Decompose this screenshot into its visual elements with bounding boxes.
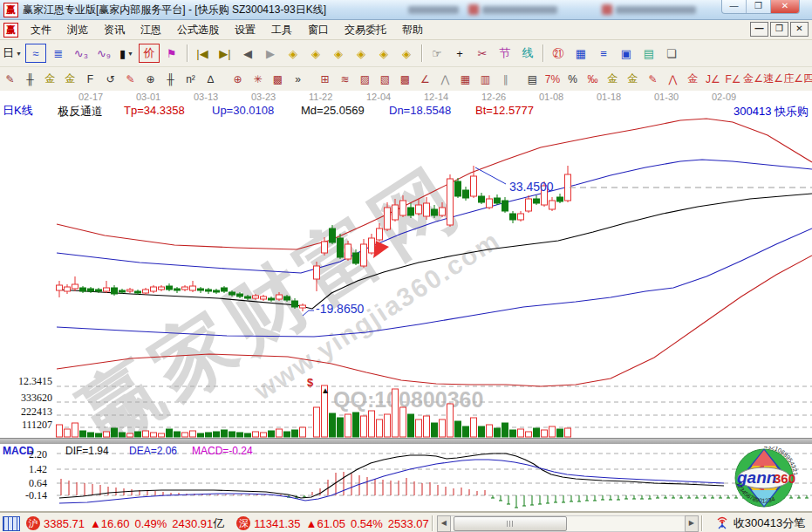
flag-chart-icon[interactable]: ⚑ (161, 44, 182, 63)
gold-red-icon[interactable]: 金 (684, 71, 702, 88)
spiral-icon[interactable]: ↺ (101, 71, 119, 88)
shanghai-index-icon[interactable]: 沪 (26, 516, 40, 530)
export-image-icon[interactable]: ▤ (638, 44, 659, 63)
report-icon[interactable]: ≣ (48, 44, 69, 63)
notes-icon[interactable]: ≡ (593, 44, 614, 63)
angle-four-icon[interactable]: 四∠ (804, 71, 812, 88)
ruler-1-icon[interactable]: ╫ (21, 71, 39, 88)
menu-item-帮助[interactable]: 帮助 (394, 23, 431, 38)
gann-grid-icon[interactable]: ▩ (269, 71, 287, 88)
line-tool-icon[interactable]: 线 (517, 44, 538, 63)
permille-icon[interactable]: ‰ (583, 71, 602, 88)
wave-3-icon[interactable]: ∿₃ (71, 44, 92, 63)
zigzag-icon[interactable]: ⋀ (436, 71, 454, 88)
menu-item-公式选股[interactable]: 公式选股 (169, 23, 227, 38)
hand-drag-icon[interactable]: ☞ (426, 44, 447, 63)
gann-nav-3-icon[interactable]: ◈ (328, 44, 349, 63)
box-fan-icon[interactable]: ▨ (356, 71, 374, 88)
grid-2-icon[interactable]: ▦ (456, 71, 474, 88)
scrollbar-thumb[interactable] (454, 516, 567, 531)
angle-gold-icon[interactable]: 金∠ (744, 71, 762, 88)
sh-index-value[interactable]: 3385.71 (44, 517, 85, 530)
scrollbar-track[interactable] (451, 515, 685, 532)
macd-panel[interactable]: MACD DIF=1.94 DEA=2.06 MACD=-0.24 2.20 1… (0, 444, 812, 511)
shenzhen-index-icon[interactable]: 深 (236, 516, 250, 530)
scroll-right-arrow-icon[interactable]: ▶ (685, 515, 699, 532)
distribution-icon[interactable]: ▤ (523, 71, 542, 88)
mdi-close-button[interactable]: ✕ (790, 22, 809, 37)
gann-nav-2-icon[interactable]: ◈ (305, 44, 326, 63)
angle-f-icon[interactable]: F∠ (724, 71, 742, 88)
angle-zhuang-icon[interactable]: 庄∠ (784, 71, 802, 88)
gann-nav-5-icon[interactable]: ◈ (373, 44, 394, 63)
minimize-button[interactable]: — (722, 0, 747, 13)
period-daily-icon[interactable]: 日▼ (1, 44, 24, 63)
menu-item-浏览[interactable]: 浏览 (59, 23, 96, 38)
save-icon[interactable]: ▣ (616, 44, 637, 63)
gold-ratio-2-icon[interactable]: 金 (61, 71, 79, 88)
gold-line-icon[interactable]: 金 (624, 71, 642, 88)
indicator-name[interactable]: 极反通道 (58, 104, 103, 119)
ruler-2-icon[interactable]: ╫ (161, 71, 180, 88)
trend-wave-icon[interactable]: ≈ (25, 44, 46, 63)
quote-table-icon[interactable] (3, 516, 20, 531)
menu-item-交易委托[interactable]: 交易委托 (337, 23, 394, 38)
angle-j-icon[interactable]: J∠ (704, 71, 722, 88)
percent-icon[interactable]: % (563, 71, 582, 88)
menu-item-设置[interactable]: 设置 (227, 23, 263, 38)
menu-item-窗口[interactable]: 窗口 (300, 23, 337, 38)
gann-box-icon[interactable]: ⊞ (316, 71, 334, 88)
menu-item-工具[interactable]: 工具 (263, 23, 300, 38)
more-tools-icon[interactable]: » (289, 71, 307, 88)
parallel-icon[interactable]: ∥ (496, 71, 515, 88)
menu-item-文件[interactable]: 文件 (23, 23, 59, 38)
draw-red-icon[interactable]: ✎ (121, 71, 140, 88)
gann-nav-4-icon[interactable]: ◈ (351, 44, 372, 63)
mark-pen-icon[interactable]: ✎ (644, 71, 662, 88)
calendar-21-icon[interactable]: ㉑ (548, 44, 569, 63)
mirror-icon[interactable]: ∆ (201, 71, 220, 88)
mdi-minimize-button[interactable]: — (750, 22, 768, 37)
fibonacci-icon[interactable]: F (81, 71, 99, 88)
volume-bar (400, 407, 406, 437)
horizontal-scrollbar[interactable]: ◀ ▶ (437, 516, 699, 531)
menu-item-资讯[interactable]: 资讯 (96, 23, 133, 38)
angle-icon[interactable]: ∠ (416, 71, 434, 88)
gold-ratio-1-icon[interactable]: 金 (41, 71, 59, 88)
calculator-icon[interactable]: ▦ (570, 44, 591, 63)
kline-chart-panel[interactable]: 赢家财富网 www.yingjia360.com QQ:100800360 33… (0, 91, 812, 438)
grid-3-icon[interactable]: ▥ (476, 71, 495, 88)
print-icon[interactable]: ❏ (661, 44, 682, 63)
festival-icon[interactable]: 节 (495, 44, 515, 63)
close-button[interactable]: ✕ (771, 0, 799, 13)
mdi-restore-button[interactable]: ❐ (770, 22, 788, 37)
gann-wheel-icon[interactable]: ⊕ (141, 71, 160, 88)
grid-dense-icon[interactable]: ▩ (396, 71, 414, 88)
sz-index-value[interactable]: 11341.35 (254, 517, 300, 530)
percent-7-icon[interactable]: 7% (543, 71, 562, 88)
square-of-nine-icon[interactable]: n² (181, 71, 200, 88)
tick-data-status[interactable]: 收300413分笔 (734, 515, 805, 531)
wave-tool-icon[interactable]: ⋀ (664, 71, 682, 88)
quote-icon[interactable]: 价 (139, 44, 160, 63)
gann-nav-1-icon[interactable]: ◈ (283, 44, 304, 63)
box-lines-icon[interactable]: ▧ (376, 71, 394, 88)
gann-nav-6-icon[interactable]: ◈ (396, 44, 417, 63)
wave-9-icon[interactable]: ∿₉ (93, 44, 114, 63)
maximize-button[interactable]: ❐ (747, 0, 771, 13)
circle-cross-icon[interactable]: ⊕ (229, 71, 247, 88)
candle-style-icon[interactable]: ▮▼ (116, 44, 137, 63)
first-icon[interactable]: |◀ (192, 44, 213, 63)
draw-pencil-icon[interactable]: ✎ (1, 71, 19, 88)
angle-speed-icon[interactable]: 速∠ (764, 71, 782, 88)
gann-star-icon[interactable]: ✳ (249, 71, 267, 88)
gold-circle-icon[interactable]: 金 (604, 71, 622, 88)
prev-icon[interactable]: ◀ (237, 44, 258, 63)
menu-item-江恩[interactable]: 江恩 (133, 23, 169, 38)
scroll-left-arrow-icon[interactable]: ◀ (437, 515, 451, 532)
crosshair-icon[interactable]: + (449, 44, 470, 63)
last-icon[interactable]: ▶| (215, 44, 235, 63)
gann-fan-icon[interactable]: ≋ (336, 71, 354, 88)
measure-icon[interactable]: ✂ (472, 44, 493, 63)
next-icon[interactable]: ▶ (260, 44, 281, 63)
